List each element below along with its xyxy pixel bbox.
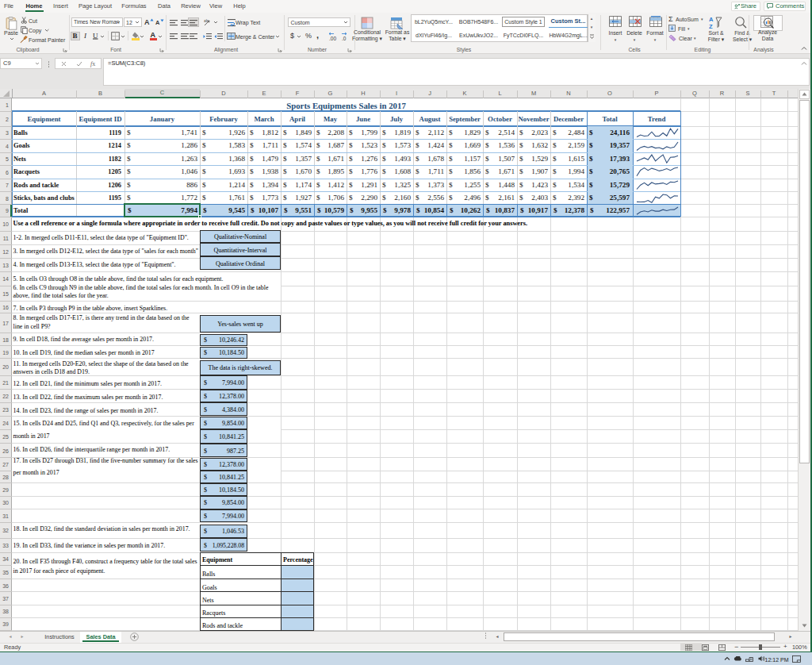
svg-text:Z: Z <box>709 23 713 29</box>
svg-text:.0: .0 <box>342 36 347 41</box>
svg-text:A: A <box>709 16 714 23</box>
svg-text:.00: .00 <box>329 36 336 41</box>
svg-text:ab: ab <box>204 18 209 23</box>
